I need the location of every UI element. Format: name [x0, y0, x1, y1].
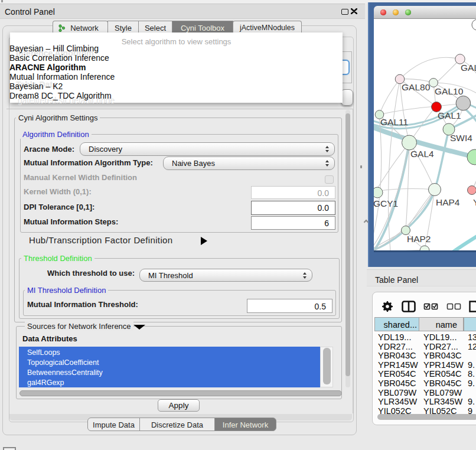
svg-text:GAL1: GAL1 — [438, 110, 461, 120]
svg-text:SWI4: SWI4 — [450, 133, 472, 143]
svg-text:GCY1: GCY1 — [374, 198, 398, 208]
svg-text:Y: Y — [473, 197, 476, 207]
svg-text:GAL80: GAL80 — [402, 82, 431, 92]
svg-text:HAP4: HAP4 — [436, 197, 460, 207]
svg-text:GAL7: GAL7 — [461, 63, 476, 73]
svg-text:HAP2: HAP2 — [407, 234, 431, 244]
svg-text:GAL4: GAL4 — [410, 149, 434, 159]
svg-text:GAL11: GAL11 — [380, 117, 408, 127]
svg-text:GAL10: GAL10 — [435, 86, 464, 96]
